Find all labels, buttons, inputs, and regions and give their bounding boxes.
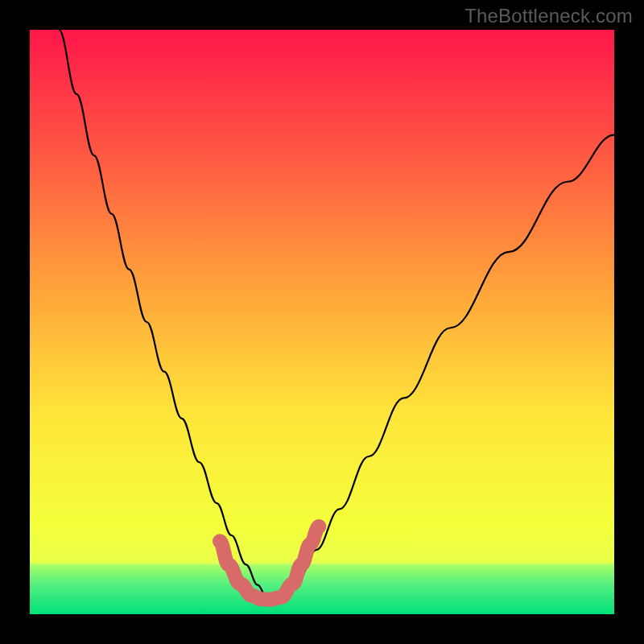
green-band [30,564,614,614]
chart-svg [30,30,614,614]
watermark-text: TheBottleneck.com [464,5,633,27]
chart-frame: TheBottleneck.com [0,0,644,644]
plot-area [30,30,614,614]
